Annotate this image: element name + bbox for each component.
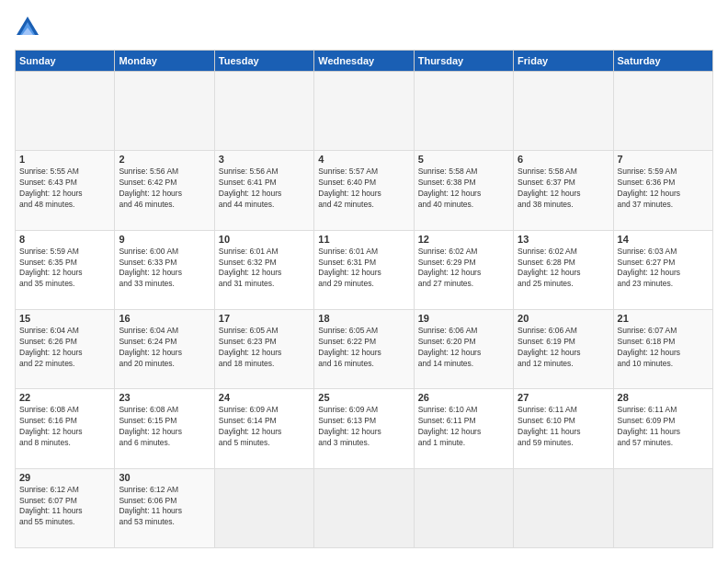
day-info: Sunrise: 5:58 AMSunset: 6:38 PMDaylight:… xyxy=(418,167,509,211)
day-number: 19 xyxy=(418,313,509,324)
day-info: Sunrise: 5:56 AMSunset: 6:41 PMDaylight:… xyxy=(219,167,310,211)
calendar-cell: 25Sunrise: 6:09 AMSunset: 6:13 PMDayligh… xyxy=(314,389,414,468)
day-number: 24 xyxy=(219,392,310,403)
calendar-cell xyxy=(414,72,513,151)
col-header-sunday: Sunday xyxy=(16,51,115,72)
day-number: 30 xyxy=(119,472,210,483)
week-row-2: 8Sunrise: 5:59 AMSunset: 6:35 PMDaylight… xyxy=(16,230,713,309)
calendar-cell: 12Sunrise: 6:02 AMSunset: 6:29 PMDayligh… xyxy=(414,230,513,309)
calendar-cell: 15Sunrise: 6:04 AMSunset: 6:26 PMDayligh… xyxy=(16,309,115,388)
day-info: Sunrise: 6:07 AMSunset: 6:18 PMDaylight:… xyxy=(618,326,709,370)
day-info: Sunrise: 5:59 AMSunset: 6:35 PMDaylight:… xyxy=(19,247,110,291)
calendar-cell: 23Sunrise: 6:08 AMSunset: 6:15 PMDayligh… xyxy=(115,389,214,468)
day-info: Sunrise: 6:00 AMSunset: 6:33 PMDaylight:… xyxy=(119,247,210,291)
day-number: 13 xyxy=(518,234,609,245)
calendar-cell: 4Sunrise: 5:57 AMSunset: 6:40 PMDaylight… xyxy=(314,151,414,230)
day-info: Sunrise: 6:03 AMSunset: 6:27 PMDaylight:… xyxy=(618,247,709,291)
calendar-cell xyxy=(214,72,313,151)
calendar-cell: 10Sunrise: 6:01 AMSunset: 6:32 PMDayligh… xyxy=(214,230,313,309)
day-number: 14 xyxy=(618,234,709,245)
week-row-4: 22Sunrise: 6:08 AMSunset: 6:16 PMDayligh… xyxy=(16,389,713,468)
calendar-cell: 5Sunrise: 5:58 AMSunset: 6:38 PMDaylight… xyxy=(414,151,513,230)
calendar-cell: 27Sunrise: 6:11 AMSunset: 6:10 PMDayligh… xyxy=(514,389,613,468)
logo xyxy=(15,15,42,40)
day-number: 7 xyxy=(618,154,709,165)
day-info: Sunrise: 6:11 AMSunset: 6:10 PMDaylight:… xyxy=(518,405,609,449)
logo-icon xyxy=(15,15,40,40)
day-info: Sunrise: 6:10 AMSunset: 6:11 PMDaylight:… xyxy=(418,405,509,449)
calendar-cell: 13Sunrise: 6:02 AMSunset: 6:28 PMDayligh… xyxy=(514,230,613,309)
day-info: Sunrise: 6:09 AMSunset: 6:14 PMDaylight:… xyxy=(219,405,310,449)
calendar-cell: 16Sunrise: 6:04 AMSunset: 6:24 PMDayligh… xyxy=(115,309,214,388)
day-number: 26 xyxy=(418,392,509,403)
calendar-cell: 8Sunrise: 5:59 AMSunset: 6:35 PMDaylight… xyxy=(16,230,115,309)
day-number: 6 xyxy=(518,154,609,165)
header-row: SundayMondayTuesdayWednesdayThursdayFrid… xyxy=(16,51,713,72)
week-row-3: 15Sunrise: 6:04 AMSunset: 6:26 PMDayligh… xyxy=(16,309,713,388)
day-info: Sunrise: 6:11 AMSunset: 6:09 PMDaylight:… xyxy=(618,405,709,449)
calendar-cell xyxy=(613,468,712,547)
day-number: 8 xyxy=(19,234,110,245)
calendar-cell: 17Sunrise: 6:05 AMSunset: 6:23 PMDayligh… xyxy=(214,309,313,388)
calendar-cell: 18Sunrise: 6:05 AMSunset: 6:22 PMDayligh… xyxy=(314,309,414,388)
day-info: Sunrise: 6:05 AMSunset: 6:22 PMDaylight:… xyxy=(318,326,409,370)
calendar-cell: 6Sunrise: 5:58 AMSunset: 6:37 PMDaylight… xyxy=(514,151,613,230)
calendar-cell: 2Sunrise: 5:56 AMSunset: 6:42 PMDaylight… xyxy=(115,151,214,230)
calendar-cell: 7Sunrise: 5:59 AMSunset: 6:36 PMDaylight… xyxy=(613,151,712,230)
day-info: Sunrise: 6:02 AMSunset: 6:29 PMDaylight:… xyxy=(418,247,509,291)
day-info: Sunrise: 6:09 AMSunset: 6:13 PMDaylight:… xyxy=(318,405,409,449)
day-info: Sunrise: 5:57 AMSunset: 6:40 PMDaylight:… xyxy=(318,167,409,211)
calendar-cell xyxy=(214,468,313,547)
day-number: 23 xyxy=(119,392,210,403)
day-info: Sunrise: 6:01 AMSunset: 6:32 PMDaylight:… xyxy=(219,247,310,291)
day-info: Sunrise: 6:08 AMSunset: 6:16 PMDaylight:… xyxy=(19,405,110,449)
col-header-thursday: Thursday xyxy=(414,51,513,72)
day-number: 11 xyxy=(318,234,409,245)
day-info: Sunrise: 6:05 AMSunset: 6:23 PMDaylight:… xyxy=(219,326,310,370)
col-header-monday: Monday xyxy=(115,51,214,72)
day-number: 21 xyxy=(618,313,709,324)
day-number: 3 xyxy=(219,154,310,165)
calendar-cell xyxy=(16,72,115,151)
day-info: Sunrise: 6:06 AMSunset: 6:20 PMDaylight:… xyxy=(418,326,509,370)
day-info: Sunrise: 5:58 AMSunset: 6:37 PMDaylight:… xyxy=(518,167,609,211)
day-info: Sunrise: 6:04 AMSunset: 6:26 PMDaylight:… xyxy=(19,326,110,370)
calendar-cell: 19Sunrise: 6:06 AMSunset: 6:20 PMDayligh… xyxy=(414,309,513,388)
day-number: 1 xyxy=(19,154,110,165)
calendar-cell: 24Sunrise: 6:09 AMSunset: 6:14 PMDayligh… xyxy=(214,389,313,468)
week-row-1: 1Sunrise: 5:55 AMSunset: 6:43 PMDaylight… xyxy=(16,151,713,230)
calendar-cell: 21Sunrise: 6:07 AMSunset: 6:18 PMDayligh… xyxy=(613,309,712,388)
calendar-cell xyxy=(514,72,613,151)
calendar-cell: 1Sunrise: 5:55 AMSunset: 6:43 PMDaylight… xyxy=(16,151,115,230)
calendar-cell: 29Sunrise: 6:12 AMSunset: 6:07 PMDayligh… xyxy=(16,468,115,547)
day-info: Sunrise: 6:01 AMSunset: 6:31 PMDaylight:… xyxy=(318,247,409,291)
calendar-cell: 30Sunrise: 6:12 AMSunset: 6:06 PMDayligh… xyxy=(115,468,214,547)
calendar-cell xyxy=(514,468,613,547)
day-info: Sunrise: 6:12 AMSunset: 6:06 PMDaylight:… xyxy=(119,485,210,529)
day-info: Sunrise: 6:12 AMSunset: 6:07 PMDaylight:… xyxy=(19,485,110,529)
day-info: Sunrise: 5:56 AMSunset: 6:42 PMDaylight:… xyxy=(119,167,210,211)
calendar-cell: 22Sunrise: 6:08 AMSunset: 6:16 PMDayligh… xyxy=(16,389,115,468)
calendar-table: SundayMondayTuesdayWednesdayThursdayFrid… xyxy=(15,50,713,548)
calendar-cell xyxy=(115,72,214,151)
day-info: Sunrise: 6:02 AMSunset: 6:28 PMDaylight:… xyxy=(518,247,609,291)
day-info: Sunrise: 6:04 AMSunset: 6:24 PMDaylight:… xyxy=(119,326,210,370)
day-number: 12 xyxy=(418,234,509,245)
day-number: 10 xyxy=(219,234,310,245)
col-header-saturday: Saturday xyxy=(613,51,712,72)
calendar-cell: 28Sunrise: 6:11 AMSunset: 6:09 PMDayligh… xyxy=(613,389,712,468)
day-number: 9 xyxy=(119,234,210,245)
calendar-cell xyxy=(613,72,712,151)
col-header-tuesday: Tuesday xyxy=(214,51,313,72)
day-number: 17 xyxy=(219,313,310,324)
calendar-cell xyxy=(314,468,414,547)
week-row-5: 29Sunrise: 6:12 AMSunset: 6:07 PMDayligh… xyxy=(16,468,713,547)
day-number: 15 xyxy=(19,313,110,324)
calendar-cell: 9Sunrise: 6:00 AMSunset: 6:33 PMDaylight… xyxy=(115,230,214,309)
calendar-cell: 26Sunrise: 6:10 AMSunset: 6:11 PMDayligh… xyxy=(414,389,513,468)
calendar-cell: 11Sunrise: 6:01 AMSunset: 6:31 PMDayligh… xyxy=(314,230,414,309)
day-number: 5 xyxy=(418,154,509,165)
day-number: 20 xyxy=(518,313,609,324)
day-number: 4 xyxy=(318,154,409,165)
day-info: Sunrise: 5:59 AMSunset: 6:36 PMDaylight:… xyxy=(618,167,709,211)
